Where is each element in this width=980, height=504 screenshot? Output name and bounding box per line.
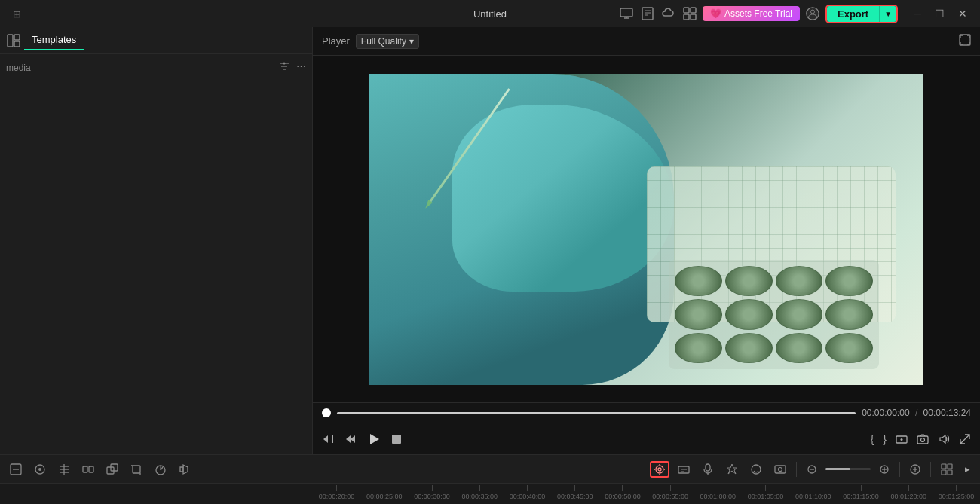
export-button[interactable]: Export [827,6,879,22]
tab-templates[interactable]: Templates [24,30,84,50]
volume-button[interactable] [938,433,950,445]
svg-rect-26 [392,435,401,444]
trim-tool-button[interactable] [54,461,74,478]
title-bar-right: 💗 Assets Free Trial Export ▼ ─ ☐ ✕ [620,5,971,23]
ruler-label: 00:00:30:00 [414,493,450,500]
ruler-mark: 00:00:50:00 [599,485,646,504]
svg-point-50 [658,468,661,471]
frame-back-button[interactable] [345,433,357,445]
ruler-tick [861,485,862,491]
add-track-button[interactable] [906,462,924,477]
select-tool-button[interactable] [6,461,26,478]
mic-tool-button[interactable] [698,461,718,478]
ruler-tick [479,485,480,491]
assets-btn-label: Assets Free Trial [724,8,792,19]
step-back-button[interactable] [322,433,334,445]
ruler-label: 00:00:35:00 [461,493,498,500]
media-label-row: media ⋯ [6,60,306,75]
svg-rect-40 [89,466,93,472]
screen-record-button[interactable] [770,461,790,478]
minimize-button[interactable]: ─ [910,6,925,21]
playback-controls: { } [313,423,980,454]
more-icon[interactable]: ⋯ [296,60,306,75]
ruler-tick [574,485,575,491]
scrubber-dot[interactable] [322,408,331,417]
grid-icon[interactable] [683,7,697,20]
ruler-tick [956,485,957,491]
well-11 [776,333,823,363]
ruler-label: 00:00:50:00 [605,493,641,500]
ruler-label: 00:01:15:00 [843,493,879,500]
track-tool-button[interactable] [30,461,50,478]
snapshot-button[interactable] [917,433,929,445]
ruler-tick [813,485,813,491]
resize-handle-button[interactable] [959,433,971,445]
video-frame [369,74,923,385]
zoom-slider[interactable] [825,468,871,470]
sticker-tool-button[interactable] [746,461,766,478]
svg-point-28 [901,438,903,441]
assets-heart-icon: 💗 [710,8,721,19]
speed-tool-button[interactable] [151,461,170,478]
ruler-label: 00:00:45:00 [557,493,593,500]
ruler-label: 00:01:05:00 [748,493,784,500]
svg-rect-9 [684,14,689,20]
filter-icon[interactable] [278,60,290,75]
svg-rect-63 [775,466,786,473]
ruler-mark: 00:00:40:00 [504,485,551,504]
clone-tool-button[interactable] [103,461,122,478]
ruler-tick [718,485,718,491]
zoom-in-button[interactable] [875,462,893,477]
audio-tool-button[interactable] [175,461,194,478]
crop-tool-button[interactable] [127,461,146,478]
maximize-button[interactable]: ☐ [931,6,948,21]
zoom-out-button[interactable] [803,462,821,477]
expand-icon[interactable] [959,34,971,48]
bottom-toolbar: ▸ [0,454,980,483]
player-label: Player [322,35,350,47]
tool-divider-3 [930,462,931,477]
split-tool-button[interactable] [78,461,98,478]
quality-select[interactable]: Full Quality ▾ [356,34,419,49]
more-tools-button[interactable]: ▸ [961,461,974,477]
fullscreen-button[interactable] [896,433,908,445]
cloud-icon[interactable] [662,7,675,20]
title-bar-left: ⊞ [9,6,24,21]
user-avatar[interactable] [806,7,819,20]
svg-rect-58 [706,464,710,471]
svg-marker-23 [346,435,351,443]
monitor-icon[interactable] [620,7,633,20]
mark-out-button[interactable]: } [883,433,887,445]
well-7 [776,299,823,329]
svg-rect-0 [620,8,632,17]
ruler-mark: 00:00:25:00 [360,485,408,504]
well-3 [776,266,823,296]
effects-tool-button[interactable] [650,461,669,478]
ruler-tick [908,485,909,491]
export-dropdown-button[interactable]: ▼ [879,6,896,22]
svg-point-30 [921,438,925,441]
close-button[interactable]: ✕ [954,6,971,21]
caption-tool-button[interactable] [674,461,694,478]
scrubber-track[interactable] [337,412,856,414]
ruler-mark: 00:01:15:00 [837,485,884,504]
well-1 [675,266,722,296]
stop-button[interactable] [391,434,402,444]
ruler-mark: 00:00:30:00 [408,485,455,504]
assets-free-trial-button[interactable]: 💗 Assets Free Trial [703,6,800,21]
subtitle-tool-button[interactable] [722,461,742,478]
play-button[interactable] [367,432,381,446]
svg-rect-76 [948,470,952,475]
time-display: 00:00:00:00 / 00:00:13:24 [862,408,971,418]
layout-tool-button[interactable] [937,461,957,478]
ruler-track[interactable]: 00:00:20:0000:00:25:0000:00:30:0000:00:3… [313,484,980,504]
ruler-mark: 00:01:05:00 [742,485,789,504]
svg-rect-74 [948,464,952,469]
bracket-left-icon: { [871,433,874,445]
player-toolbar: Player Full Quality ▾ [313,27,980,56]
well-8 [825,299,873,329]
ruler-mark: 00:00:45:00 [551,485,599,504]
mark-in-button[interactable]: { [871,433,874,445]
bookmark-icon[interactable] [641,7,654,20]
svg-rect-39 [83,466,87,472]
